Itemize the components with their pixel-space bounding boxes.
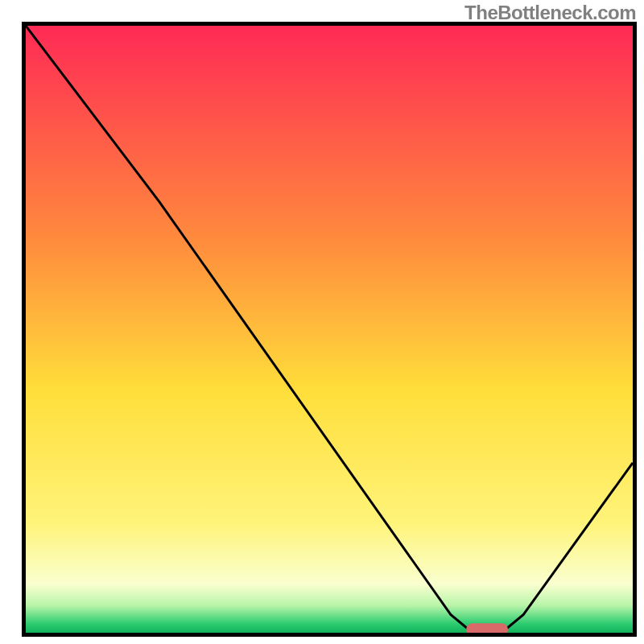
bottleneck-chart [0,0,644,644]
gradient-background [26,26,633,633]
chart-frame: TheBottleneck.com [0,0,644,644]
watermark-label: TheBottleneck.com [464,2,636,24]
